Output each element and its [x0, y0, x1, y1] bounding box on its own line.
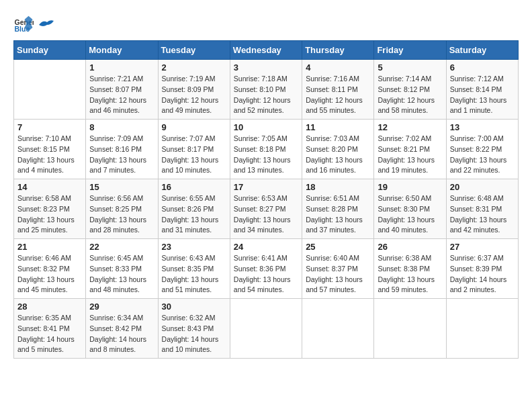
header-saturday: Saturday [446, 41, 518, 60]
calendar-cell: 3Sunrise: 7:18 AM Sunset: 8:10 PM Daylig… [230, 60, 302, 120]
day-info: Sunrise: 7:19 AM Sunset: 8:09 PM Dayligh… [162, 74, 226, 116]
day-info: Sunrise: 6:43 AM Sunset: 8:35 PM Dayligh… [162, 253, 226, 295]
day-info: Sunrise: 6:58 AM Sunset: 8:23 PM Dayligh… [17, 193, 82, 236]
day-number: 29 [89, 302, 154, 312]
logo-bird-icon [38, 18, 56, 32]
calendar-cell: 19Sunrise: 6:50 AM Sunset: 8:30 PM Dayli… [374, 179, 446, 239]
day-info: Sunrise: 6:35 AM Sunset: 8:41 PM Dayligh… [17, 313, 82, 355]
day-number: 25 [306, 242, 370, 252]
day-number: 13 [450, 122, 515, 132]
header-friday: Friday [374, 41, 446, 60]
day-number: 8 [89, 122, 154, 132]
calendar-header-row: SundayMondayTuesdayWednesdayThursdayFrid… [14, 41, 519, 60]
calendar-cell: 9Sunrise: 7:07 AM Sunset: 8:17 PM Daylig… [158, 120, 230, 179]
day-number: 21 [17, 242, 82, 252]
calendar-week-4: 21Sunrise: 6:46 AM Sunset: 8:32 PM Dayli… [14, 239, 519, 299]
day-number: 19 [378, 182, 442, 192]
day-number: 4 [306, 62, 370, 73]
page-header: General Blue [13, 13, 519, 34]
day-number: 2 [162, 62, 226, 73]
day-info: Sunrise: 7:03 AM Sunset: 8:20 PM Dayligh… [306, 134, 370, 176]
calendar-cell: 23Sunrise: 6:43 AM Sunset: 8:35 PM Dayli… [158, 239, 230, 299]
logo-icon: General Blue [13, 13, 34, 34]
day-number: 10 [234, 122, 298, 132]
day-number: 12 [378, 122, 442, 132]
calendar-cell [374, 299, 446, 359]
header-sunday: Sunday [14, 41, 86, 60]
day-info: Sunrise: 7:16 AM Sunset: 8:11 PM Dayligh… [306, 74, 370, 116]
calendar-cell: 24Sunrise: 6:41 AM Sunset: 8:36 PM Dayli… [230, 239, 302, 299]
calendar-table: SundayMondayTuesdayWednesdayThursdayFrid… [13, 40, 519, 359]
header-wednesday: Wednesday [230, 41, 302, 60]
day-info: Sunrise: 7:02 AM Sunset: 8:21 PM Dayligh… [378, 134, 442, 176]
day-number: 1 [89, 62, 154, 73]
day-number: 16 [162, 182, 226, 192]
calendar-cell: 18Sunrise: 6:51 AM Sunset: 8:28 PM Dayli… [302, 179, 374, 239]
calendar-cell [230, 299, 302, 359]
calendar-week-5: 28Sunrise: 6:35 AM Sunset: 8:41 PM Dayli… [14, 299, 519, 359]
calendar-cell: 10Sunrise: 7:05 AM Sunset: 8:18 PM Dayli… [230, 120, 302, 179]
day-info: Sunrise: 7:21 AM Sunset: 8:07 PM Dayligh… [89, 74, 154, 116]
calendar-week-2: 7Sunrise: 7:10 AM Sunset: 8:15 PM Daylig… [14, 120, 519, 179]
calendar-cell: 2Sunrise: 7:19 AM Sunset: 8:09 PM Daylig… [158, 60, 230, 120]
day-info: Sunrise: 6:50 AM Sunset: 8:30 PM Dayligh… [378, 193, 442, 236]
calendar-cell: 25Sunrise: 6:40 AM Sunset: 8:37 PM Dayli… [302, 239, 374, 299]
day-number: 15 [89, 182, 154, 192]
day-info: Sunrise: 6:32 AM Sunset: 8:43 PM Dayligh… [162, 313, 226, 355]
day-number: 17 [234, 182, 298, 192]
day-info: Sunrise: 7:18 AM Sunset: 8:10 PM Dayligh… [234, 74, 298, 116]
day-info: Sunrise: 6:55 AM Sunset: 8:26 PM Dayligh… [162, 193, 226, 236]
calendar-cell: 13Sunrise: 7:00 AM Sunset: 8:22 PM Dayli… [446, 120, 518, 179]
day-number: 27 [450, 242, 515, 252]
day-info: Sunrise: 6:56 AM Sunset: 8:25 PM Dayligh… [89, 193, 154, 236]
day-info: Sunrise: 7:09 AM Sunset: 8:16 PM Dayligh… [89, 134, 154, 176]
calendar-cell: 12Sunrise: 7:02 AM Sunset: 8:21 PM Dayli… [374, 120, 446, 179]
header-monday: Monday [86, 41, 158, 60]
day-info: Sunrise: 7:05 AM Sunset: 8:18 PM Dayligh… [234, 134, 298, 176]
calendar-cell: 27Sunrise: 6:37 AM Sunset: 8:39 PM Dayli… [446, 239, 518, 299]
day-info: Sunrise: 6:46 AM Sunset: 8:32 PM Dayligh… [17, 253, 82, 295]
day-number: 20 [450, 182, 515, 192]
day-number: 14 [17, 182, 82, 192]
day-info: Sunrise: 6:34 AM Sunset: 8:42 PM Dayligh… [89, 313, 154, 355]
day-number: 24 [234, 242, 298, 252]
calendar-week-3: 14Sunrise: 6:58 AM Sunset: 8:23 PM Dayli… [14, 179, 519, 239]
day-number: 6 [450, 62, 515, 73]
calendar-cell: 4Sunrise: 7:16 AM Sunset: 8:11 PM Daylig… [302, 60, 374, 120]
calendar-cell: 21Sunrise: 6:46 AM Sunset: 8:32 PM Dayli… [14, 239, 86, 299]
day-info: Sunrise: 6:53 AM Sunset: 8:27 PM Dayligh… [234, 193, 298, 236]
day-info: Sunrise: 6:38 AM Sunset: 8:38 PM Dayligh… [378, 253, 442, 295]
day-number: 22 [89, 242, 154, 252]
day-number: 30 [162, 302, 226, 312]
day-number: 28 [17, 302, 82, 312]
calendar-cell [446, 299, 518, 359]
day-number: 26 [378, 242, 442, 252]
calendar-cell: 20Sunrise: 6:48 AM Sunset: 8:31 PM Dayli… [446, 179, 518, 239]
header-thursday: Thursday [302, 41, 374, 60]
calendar-cell: 17Sunrise: 6:53 AM Sunset: 8:27 PM Dayli… [230, 179, 302, 239]
day-info: Sunrise: 6:51 AM Sunset: 8:28 PM Dayligh… [306, 193, 370, 236]
day-number: 7 [17, 122, 82, 132]
day-info: Sunrise: 6:40 AM Sunset: 8:37 PM Dayligh… [306, 253, 370, 295]
calendar-cell [302, 299, 374, 359]
day-number: 23 [162, 242, 226, 252]
calendar-cell: 28Sunrise: 6:35 AM Sunset: 8:41 PM Dayli… [14, 299, 86, 359]
day-info: Sunrise: 7:14 AM Sunset: 8:12 PM Dayligh… [378, 74, 442, 116]
calendar-cell: 16Sunrise: 6:55 AM Sunset: 8:26 PM Dayli… [158, 179, 230, 239]
day-info: Sunrise: 6:37 AM Sunset: 8:39 PM Dayligh… [450, 253, 515, 295]
calendar-cell: 5Sunrise: 7:14 AM Sunset: 8:12 PM Daylig… [374, 60, 446, 120]
day-info: Sunrise: 6:41 AM Sunset: 8:36 PM Dayligh… [234, 253, 298, 295]
day-number: 9 [162, 122, 226, 132]
day-number: 5 [378, 62, 442, 73]
calendar-cell: 7Sunrise: 7:10 AM Sunset: 8:15 PM Daylig… [14, 120, 86, 179]
calendar-cell: 14Sunrise: 6:58 AM Sunset: 8:23 PM Dayli… [14, 179, 86, 239]
calendar-cell: 6Sunrise: 7:12 AM Sunset: 8:14 PM Daylig… [446, 60, 518, 120]
day-info: Sunrise: 6:48 AM Sunset: 8:31 PM Dayligh… [450, 193, 515, 236]
calendar-cell: 22Sunrise: 6:45 AM Sunset: 8:33 PM Dayli… [86, 239, 158, 299]
calendar-cell [14, 60, 86, 120]
calendar-cell: 8Sunrise: 7:09 AM Sunset: 8:16 PM Daylig… [86, 120, 158, 179]
logo: General Blue [13, 13, 56, 34]
calendar-cell: 30Sunrise: 6:32 AM Sunset: 8:43 PM Dayli… [158, 299, 230, 359]
calendar-cell: 29Sunrise: 6:34 AM Sunset: 8:42 PM Dayli… [86, 299, 158, 359]
day-info: Sunrise: 6:45 AM Sunset: 8:33 PM Dayligh… [89, 253, 154, 295]
